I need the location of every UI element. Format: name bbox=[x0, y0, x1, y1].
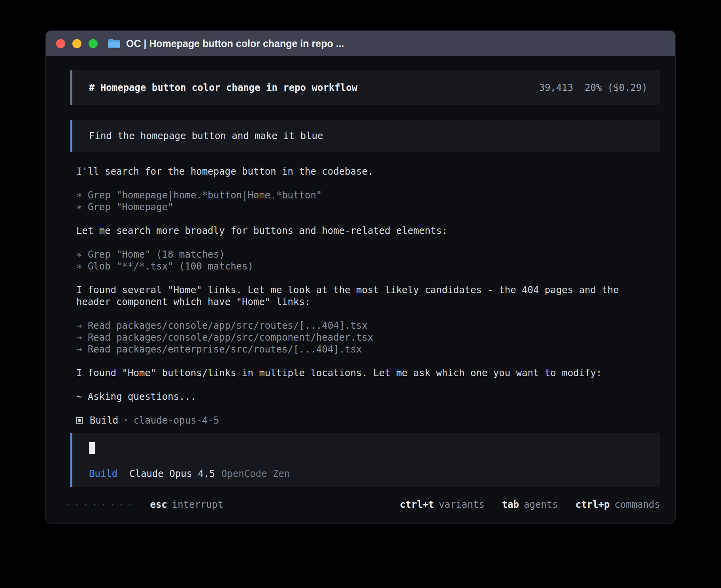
tool-call-grep: ∗ Grep "Homepage" bbox=[76, 201, 660, 213]
titlebar[interactable]: OC | Homepage button color change in rep… bbox=[46, 31, 675, 56]
input-provider-label: OpenCode Zen bbox=[221, 468, 290, 479]
shortcut-key: ctrl+t bbox=[400, 499, 434, 510]
transcript: I'll search for the homepage button in t… bbox=[76, 166, 660, 426]
spinner-dots: ········ bbox=[66, 500, 137, 509]
assistant-text-line: header component which have "Home" links… bbox=[76, 296, 660, 308]
status-right: ctrl+t variants tab agents ctrl+p comman… bbox=[382, 499, 660, 510]
agent-badge: Build · claude-opus-4-5 bbox=[76, 415, 660, 426]
agent-separator: · bbox=[123, 415, 128, 426]
session-title: # Homepage button color change in repo w… bbox=[89, 82, 357, 93]
shortcut-key: ctrl+p bbox=[576, 499, 610, 510]
window-controls bbox=[56, 39, 98, 48]
status-bar: ········ esc interrupt ctrl+t variants t… bbox=[66, 499, 660, 510]
shortcut-label: commands bbox=[614, 499, 660, 510]
prompt-input[interactable]: Build Claude Opus 4.5 OpenCode Zen bbox=[70, 433, 660, 487]
tool-call-read: → Read packages/enterprise/src/routes/[.… bbox=[76, 343, 660, 355]
tool-call-grep: ∗ Grep "Home" (18 matches) bbox=[76, 249, 660, 260]
assistant-text-line: I found "Home" buttons/links in multiple… bbox=[76, 367, 660, 379]
desktop: { "titlebar": { "title": "OC | Homepage … bbox=[0, 0, 721, 588]
text-cursor bbox=[89, 442, 95, 454]
assistant-text-line: I'll search for the homepage button in t… bbox=[76, 166, 660, 177]
agent-model: claude-opus-4-5 bbox=[134, 415, 219, 426]
tool-call-grep: ∗ Grep "homepage|home.*button|Home.*butt… bbox=[76, 189, 660, 201]
input-model-label[interactable]: Claude Opus 4.5 bbox=[129, 468, 215, 479]
shortcut-variants: ctrl+t variants bbox=[400, 499, 484, 510]
shortcut-label: variants bbox=[439, 499, 485, 510]
input-agent-label[interactable]: Build bbox=[89, 468, 117, 479]
tool-call-glob: ∗ Glob "**/*.tsx" (100 matches) bbox=[76, 260, 660, 272]
shortcut-label: agents bbox=[524, 499, 558, 510]
user-message: Find the homepage button and make it blu… bbox=[70, 120, 660, 152]
terminal-window: OC | Homepage button color change in rep… bbox=[45, 30, 676, 524]
agent-icon bbox=[76, 417, 83, 424]
shortcut-commands: ctrl+p commands bbox=[576, 499, 660, 510]
zoom-button[interactable] bbox=[89, 39, 98, 48]
agent-name: Build bbox=[90, 415, 118, 426]
window-title: OC | Homepage button color change in rep… bbox=[126, 38, 344, 49]
tool-call-read: → Read packages/console/app/src/componen… bbox=[76, 332, 660, 343]
tool-call-read: → Read packages/console/app/src/routes/[… bbox=[76, 320, 660, 332]
shortcut-agents: tab agents bbox=[502, 499, 558, 510]
input-meta: Build Claude Opus 4.5 OpenCode Zen bbox=[89, 468, 290, 479]
interrupt-key: esc bbox=[150, 499, 167, 510]
user-message-text: Find the homepage button and make it blu… bbox=[89, 130, 323, 141]
status-left: ········ esc interrupt bbox=[66, 499, 223, 510]
assistant-status-line: ~ Asking questions... bbox=[76, 391, 660, 403]
session-stats: 39,413 20% ($0.29) bbox=[539, 82, 647, 93]
shortcut-key: tab bbox=[502, 499, 519, 510]
minimize-button[interactable] bbox=[72, 39, 81, 48]
assistant-text-line: I found several "Home" links. Let me loo… bbox=[76, 284, 660, 296]
session-header: # Homepage button color change in repo w… bbox=[70, 70, 660, 105]
close-button[interactable] bbox=[56, 39, 65, 48]
interrupt-label: interrupt bbox=[172, 499, 223, 510]
folder-icon bbox=[108, 38, 121, 49]
assistant-text-line: Let me search more broadly for buttons a… bbox=[76, 225, 660, 237]
